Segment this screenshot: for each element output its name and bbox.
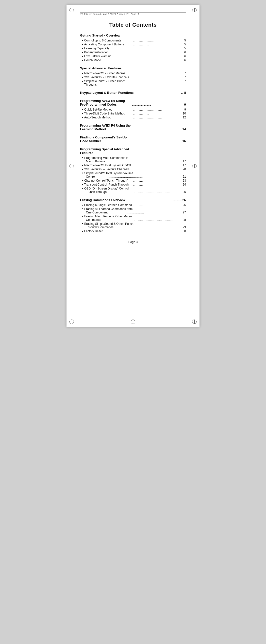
section-heading-getting-started: Getting Started - Overview (80, 34, 186, 37)
reg-mark-bottom-right (192, 320, 197, 324)
list-item: • Erasing All Learned Commands from One … (80, 207, 186, 214)
bullet-icon: • (82, 51, 83, 54)
reg-mark-top-left (69, 8, 74, 12)
file-header: AV-EXpertManual.qxd 7/12/07 6:41 PM Page… (80, 12, 186, 16)
reg-mark-top-right (192, 8, 197, 12)
bullet-icon: • (82, 72, 83, 75)
list-item: • Transport Control 'Punch Through' …………… (80, 183, 186, 186)
list-item: • Programming Multi-Commands to Macro Bu… (80, 156, 186, 163)
bullet-icon: • (82, 47, 83, 50)
section-heading-keypad: Keypad Layout & Button Functions ... 8 (80, 91, 186, 94)
list-item: • OSD (On-Screen Display) Control 'Punch… (80, 187, 186, 194)
bullet-icon: • (82, 112, 83, 115)
section-heading-special-advanced: Special Advanced Features (80, 66, 186, 70)
bullet-icon: • (82, 116, 83, 119)
section-heading-erasing-commands: Erasing Commands-Overview ........... 26 (80, 198, 186, 202)
bullet-icon: • (82, 207, 83, 211)
page: AV-EXpertManual.qxd 7/12/07 6:41 PM Page… (66, 5, 200, 327)
reg-mark-mid-right (192, 164, 197, 168)
list-item: • Couch Mode …………………………………………… 6 (80, 58, 186, 62)
bullet-icon: • (82, 43, 83, 46)
section-heading-programming-special: Programming Special Advanced Features (80, 147, 186, 155)
bullet-icon: • (82, 156, 83, 160)
section-heading-finding-component: Finding a Component's Set-Up Code Number… (80, 136, 186, 143)
reg-mark-mid-left (69, 164, 74, 168)
bullet-icon: • (82, 59, 83, 62)
bullet-icon: • (82, 55, 83, 58)
bullet-icon: • (82, 179, 83, 182)
bullet-icon: • (82, 187, 83, 190)
list-item: • SimpleSound™ Total System Volume Contr… (80, 172, 186, 178)
list-item: • 'My Favorites' - Favorite Channels ………… (80, 76, 186, 79)
list-item: • Quick Set-Up Method ……………………………… 9 (80, 108, 186, 111)
bullet-icon: • (82, 183, 83, 186)
bullet-icon: • (82, 76, 83, 79)
bullet-icon: • (82, 164, 83, 167)
list-item: • 'My Favorites' – Favorite Channels…………… (80, 168, 186, 171)
section-heading-programming-avex-learning: Programming AVEX R6 Using the Learning M… (80, 124, 186, 131)
list-item: • Learning Capability ……………………………… 5 (80, 47, 186, 50)
list-item: • MacroPower™ Total System On/Off …………. … (80, 164, 186, 167)
list-item: • Auto-Search Method ……………………………. 12 (80, 116, 186, 119)
bullet-icon: • (82, 215, 83, 218)
page-footer: Page 3 (80, 240, 186, 244)
list-item: • Erasing a Single Learned Command ………….… (80, 203, 186, 207)
bullet-icon: • (82, 230, 83, 233)
reg-mark-bottom-center (131, 320, 135, 324)
bullet-icon: • (82, 108, 83, 111)
list-item: • Factory Reset ………………………………………. 30 (80, 230, 186, 233)
bullet-icon: • (82, 39, 83, 42)
list-item: • SimpleSound™ & Other 'Punch Throughs' … (80, 80, 186, 86)
toc-title: Table of Contents (80, 22, 186, 28)
bullet-icon: • (82, 172, 83, 175)
list-item: • Erasing SimpleSound & Other 'Punch Thr… (80, 222, 186, 229)
bullet-icon: • (82, 204, 83, 206)
list-item: • Activating Component Buttons ……………… 5 (80, 43, 186, 46)
bullet-icon: • (82, 168, 83, 171)
reg-mark-bottom-left (69, 320, 74, 324)
bullet-icon: • (82, 222, 83, 226)
bullet-icon: • (82, 80, 83, 83)
list-item: • Three-Digit Code Entry Method ……………… 1… (80, 112, 186, 115)
section-heading-programming-avex-preprogrammed: Programming AVEX R6 Using Pre-Programmed… (80, 99, 186, 106)
list-item: • Battery Installation ………………………………… 6 (80, 50, 186, 54)
list-item: • Control up to 6 Components …………………… 5 (80, 39, 186, 42)
list-item: • MacroPower™ & Other Macros ……………… 7 (80, 72, 186, 75)
list-item: • Erasing MacroPower & Other Macro Comma… (80, 215, 186, 222)
list-item: • Low Battery Warning …………………………… 6 (80, 54, 186, 58)
list-item: • Channel Control 'Punch Through' …………. … (80, 179, 186, 182)
